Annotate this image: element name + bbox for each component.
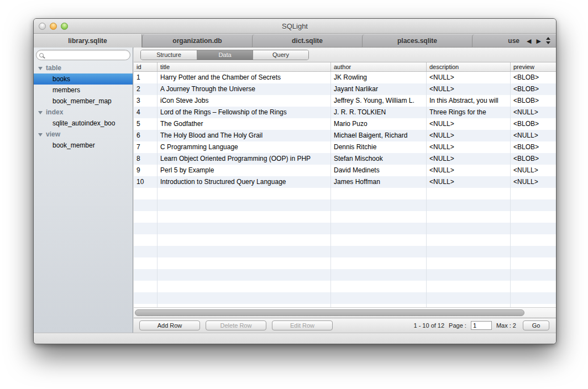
- table-row[interactable]: 5The GodfatherMario Puzo<NULL><BLOB>: [134, 118, 556, 130]
- column-header-id[interactable]: id: [134, 62, 158, 71]
- table-row[interactable]: 6The Holy Blood and The Holy GrailMichae…: [134, 130, 556, 141]
- cell-title: A Journey Through the Universe: [158, 83, 331, 95]
- app-window: SQLight library.sqlite organization.db d…: [33, 18, 556, 344]
- edit-row-button[interactable]: Edit Row: [272, 320, 333, 330]
- cell-description: <NULL>: [427, 153, 511, 165]
- empty-cell: [331, 223, 427, 234]
- empty-cell: [331, 234, 427, 246]
- cell-id: 6: [134, 130, 158, 141]
- tab-organization-db[interactable]: organization.db: [142, 34, 252, 48]
- page-input[interactable]: [471, 321, 492, 330]
- pagination: 1 - 10 of 12 Page : Max : 2 Go: [413, 320, 556, 330]
- cell-title: Learn Object Oriented Programming (OOP) …: [158, 153, 331, 165]
- cell-id: 5: [134, 118, 158, 130]
- table-empty-row: [134, 292, 556, 304]
- column-header-author[interactable]: author: [331, 62, 427, 71]
- cell-preview: <BLOB>: [511, 83, 556, 95]
- cell-author: Jeffrey S. Young, William L.: [331, 95, 427, 107]
- table-empty-row: [134, 223, 556, 234]
- row-range-label: 1 - 10 of 12: [413, 322, 444, 329]
- tab-overflow-controls: ◀ ▶: [521, 34, 556, 47]
- empty-cell: [331, 199, 427, 211]
- tab-places-sqlite[interactable]: places.sqlite: [362, 34, 472, 48]
- sidebar-item-sqlite-autoindex[interactable]: sqlite_autoindex_boo: [34, 118, 133, 129]
- view-switcher: Structure Data Query: [140, 50, 309, 60]
- empty-cell: [158, 269, 331, 281]
- empty-cell: [511, 246, 556, 257]
- cell-id: 3: [134, 95, 158, 107]
- max-page-label: Max : 2: [496, 322, 516, 329]
- cell-author: Dennis Ritchie: [331, 141, 427, 153]
- tab-forward-arrow-icon[interactable]: ▶: [537, 34, 541, 48]
- table-empty-row: [134, 269, 556, 281]
- cell-title: Perl 5 by Example: [158, 165, 331, 176]
- delete-row-button[interactable]: Delete Row: [206, 320, 266, 330]
- tree-section-table[interactable]: table: [34, 62, 133, 73]
- row-toolbar: Add Row Delete Row Edit Row 1 - 10 of 12…: [134, 318, 556, 333]
- empty-cell: [511, 257, 556, 269]
- search-icon: [39, 53, 44, 57]
- title-bar[interactable]: SQLight: [34, 19, 556, 34]
- cell-preview: <NULL>: [511, 165, 556, 176]
- sidebar-item-book-member-map[interactable]: book_member_map: [34, 96, 133, 107]
- empty-cell: [331, 257, 427, 269]
- search-input[interactable]: [45, 52, 123, 59]
- table-row[interactable]: 8Learn Object Oriented Programming (OOP)…: [134, 153, 556, 165]
- column-header-preview[interactable]: preview: [511, 62, 556, 71]
- table-row[interactable]: 4Lord of the Rings – Fellowship of the R…: [134, 107, 556, 118]
- table-row[interactable]: 1Harry Potter and the Chamber of Secrets…: [134, 72, 556, 83]
- column-header-description[interactable]: description: [427, 62, 511, 71]
- table-row[interactable]: 3iCon Steve JobsJeffrey S. Young, Willia…: [134, 95, 556, 107]
- go-button[interactable]: Go: [523, 320, 549, 330]
- tab-dict-sqlite[interactable]: dict.sqlite: [252, 34, 362, 48]
- empty-cell: [331, 269, 427, 281]
- table-row[interactable]: 7C Programming LanguageDennis Ritchie<NU…: [134, 141, 556, 153]
- empty-cell: [427, 188, 511, 199]
- add-row-button[interactable]: Add Row: [139, 320, 200, 330]
- cell-description: <NULL>: [427, 130, 511, 141]
- cell-description: <NULL>: [427, 72, 511, 83]
- search-field[interactable]: [36, 50, 130, 60]
- cell-description: In this Abstract, you will: [427, 95, 511, 107]
- tab-query[interactable]: Query: [253, 50, 308, 60]
- tab-library-sqlite[interactable]: library.sqlite: [34, 34, 142, 48]
- empty-cell: [158, 223, 331, 234]
- disclosure-triangle-icon[interactable]: [38, 67, 43, 70]
- empty-cell: [427, 211, 511, 223]
- sidebar-item-members[interactable]: members: [34, 85, 133, 96]
- table-row[interactable]: 9Perl 5 by ExampleDavid Medinets<NULL><N…: [134, 165, 556, 176]
- empty-cell: [158, 257, 331, 269]
- column-header-title[interactable]: title: [158, 62, 331, 71]
- table-header: id title author description preview: [134, 62, 556, 72]
- cell-preview: <BLOB>: [511, 95, 556, 107]
- tab-data[interactable]: Data: [197, 50, 253, 60]
- sidebar-item-book-member[interactable]: book_member: [34, 140, 133, 151]
- empty-cell: [427, 199, 511, 211]
- empty-cell: [158, 234, 331, 246]
- cell-id: 1: [134, 72, 158, 83]
- sidebar-item-books[interactable]: books: [34, 73, 133, 85]
- tab-structure[interactable]: Structure: [141, 50, 197, 60]
- tab-stepper-icon[interactable]: [546, 37, 550, 44]
- cell-preview: <NULL>: [511, 176, 556, 188]
- tab-back-arrow-icon[interactable]: ◀: [527, 34, 531, 48]
- table-row[interactable]: 10Introduction to Structured Query Langu…: [134, 176, 556, 188]
- cell-author: J. R. R. TOLKIEN: [331, 107, 427, 118]
- tab-use-clipped[interactable]: use: [472, 34, 519, 48]
- tree-section-view[interactable]: view: [34, 129, 133, 140]
- tree-section-index[interactable]: index: [34, 107, 133, 118]
- disclosure-triangle-icon[interactable]: [38, 133, 43, 136]
- empty-cell: [427, 269, 511, 281]
- horizontal-scrollbar[interactable]: [134, 307, 556, 318]
- empty-cell: [158, 188, 331, 199]
- empty-cell: [158, 292, 331, 304]
- disclosure-triangle-icon[interactable]: [38, 111, 43, 114]
- empty-cell: [511, 234, 556, 246]
- cell-preview: <BLOB>: [511, 118, 556, 130]
- table-row[interactable]: 2A Journey Through the UniverseJayant Na…: [134, 83, 556, 95]
- scrollbar-thumb[interactable]: [135, 309, 524, 316]
- empty-cell: [511, 292, 556, 304]
- empty-cell: [427, 234, 511, 246]
- cell-author: Stefan Mischook: [331, 153, 427, 165]
- table-empty-row: [134, 234, 556, 246]
